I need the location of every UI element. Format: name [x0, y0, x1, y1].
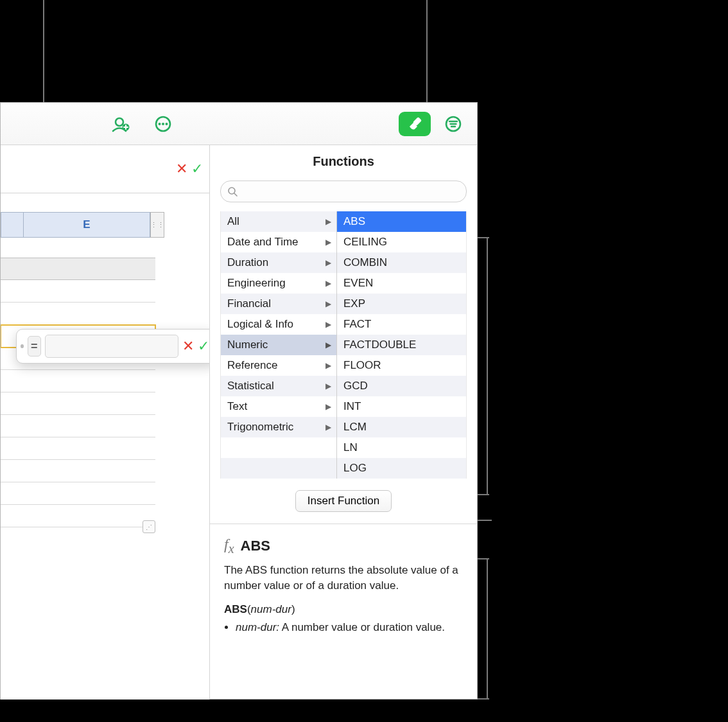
table-row[interactable] [1, 392, 155, 415]
callout-line [478, 558, 489, 559]
confirm-icon[interactable]: ✓ [191, 161, 203, 177]
category-item[interactable]: Financial▶ [221, 294, 336, 314]
chevron-right-icon: ▶ [325, 217, 331, 226]
table-row[interactable] [1, 415, 155, 437]
function-item[interactable]: COMBIN [337, 252, 466, 273]
function-item[interactable]: FLOOR [337, 355, 466, 376]
callout-line [478, 237, 489, 238]
cancel-icon[interactable]: ✕ [176, 161, 187, 177]
category-item[interactable]: Reference▶ [221, 355, 336, 376]
callout-line [487, 559, 488, 699]
category-item-empty [221, 437, 336, 458]
cancel-icon[interactable]: ✕ [182, 338, 194, 355]
table-row[interactable] [1, 370, 155, 392]
chevron-right-icon: ▶ [325, 340, 331, 349]
category-item[interactable]: Logical & Info▶ [221, 314, 336, 335]
formula-input[interactable] [45, 335, 178, 358]
table-row[interactable] [1, 460, 155, 482]
chevron-right-icon: ▶ [325, 258, 331, 267]
drag-dot-icon[interactable] [21, 344, 24, 348]
chevron-right-icon: ▶ [325, 238, 331, 247]
column-header-d[interactable] [1, 212, 23, 238]
svg-line-12 [234, 193, 237, 196]
formula-editor: = ✕ ✓ [16, 329, 210, 364]
column-headers: E ⋮⋮ [1, 212, 164, 238]
function-browser: All▶Date and Time▶Duration▶Engineering▶F… [220, 211, 467, 479]
search-field[interactable] [220, 180, 467, 202]
svg-point-0 [116, 118, 123, 126]
chevron-right-icon: ▶ [325, 361, 331, 370]
column-header-e[interactable]: E [23, 212, 150, 238]
function-detail: fx ABS The ABS function returns the abso… [210, 524, 477, 642]
callout-line [426, 0, 428, 109]
app-window: ✕ ✓ E ⋮⋮ [0, 102, 478, 700]
category-list[interactable]: All▶Date and Time▶Duration▶Engineering▶F… [221, 211, 337, 479]
function-item[interactable]: EVEN [337, 273, 466, 294]
toolbar [1, 103, 477, 145]
chevron-right-icon: ▶ [325, 299, 331, 308]
callout-line [478, 698, 489, 700]
chevron-right-icon: ▶ [325, 279, 331, 288]
category-item[interactable]: All▶ [221, 211, 336, 232]
table-row[interactable] [1, 280, 155, 303]
chevron-right-icon: ▶ [325, 402, 331, 411]
chevron-right-icon: ▶ [325, 382, 331, 391]
table-row[interactable] [1, 258, 155, 280]
category-item[interactable]: Statistical▶ [221, 376, 336, 396]
detail-description: The ABS function returns the absolute va… [224, 563, 463, 594]
insert-function-button[interactable]: Insert Function [295, 490, 392, 512]
callout-line [487, 238, 488, 495]
chevron-right-icon: ▶ [325, 320, 331, 329]
column-drag-handle[interactable]: ⋮⋮ [150, 212, 164, 238]
detail-signature: ABS(num-dur) [224, 603, 463, 616]
sidebar-title: Functions [210, 145, 477, 180]
table-resize-handle[interactable]: ⋰ [143, 520, 155, 533]
category-item[interactable]: Engineering▶ [221, 273, 336, 294]
fx-icon: fx [224, 536, 234, 556]
function-item[interactable]: GCD [337, 376, 466, 396]
function-item[interactable]: ABS [337, 211, 466, 232]
chevron-right-icon: ▶ [325, 423, 331, 432]
svg-point-4 [162, 123, 164, 125]
table-row[interactable] [1, 437, 155, 460]
more-button[interactable] [151, 112, 175, 136]
spreadsheet-area[interactable]: ✕ ✓ E ⋮⋮ [1, 145, 210, 700]
function-item[interactable]: FACTDOUBLE [337, 335, 466, 355]
svg-point-3 [159, 123, 161, 125]
function-item[interactable]: LOG [337, 458, 466, 479]
function-item[interactable]: FACT [337, 314, 466, 335]
function-item[interactable]: INT [337, 396, 466, 417]
callout-line [478, 494, 489, 495]
search-input[interactable] [241, 186, 460, 198]
function-item[interactable]: LCM [337, 417, 466, 437]
function-list[interactable]: ABSCEILINGCOMBINEVENEXPFACTFACTDOUBLEFLO… [337, 211, 466, 479]
search-icon [227, 186, 238, 197]
filter-button[interactable] [441, 112, 465, 136]
function-item[interactable]: EXP [337, 294, 466, 314]
category-item[interactable]: Text▶ [221, 396, 336, 417]
category-item[interactable]: Duration▶ [221, 252, 336, 273]
function-item[interactable]: LN [337, 437, 466, 458]
category-item[interactable]: Numeric▶ [221, 335, 336, 355]
function-item[interactable]: CEILING [337, 232, 466, 252]
formula-bar: ✕ ✓ [1, 145, 209, 193]
category-item[interactable]: Date and Time▶ [221, 232, 336, 252]
table-row[interactable] [1, 303, 155, 325]
table-row[interactable] [1, 482, 155, 505]
detail-function-name: ABS [241, 538, 270, 554]
confirm-icon[interactable]: ✓ [198, 338, 209, 355]
table-row[interactable] [1, 505, 155, 527]
category-item[interactable]: Trigonometric▶ [221, 417, 336, 437]
category-item-empty [221, 458, 336, 479]
functions-sidebar: Functions All▶Date and Time▶Duration▶Eng… [210, 145, 477, 700]
format-button[interactable] [399, 112, 431, 136]
equals-icon: = [28, 336, 42, 357]
svg-point-5 [166, 123, 168, 125]
grid[interactable] [1, 258, 155, 527]
detail-argument: num-dur: A number value or duration valu… [236, 620, 463, 635]
collaborate-button[interactable] [108, 112, 133, 136]
